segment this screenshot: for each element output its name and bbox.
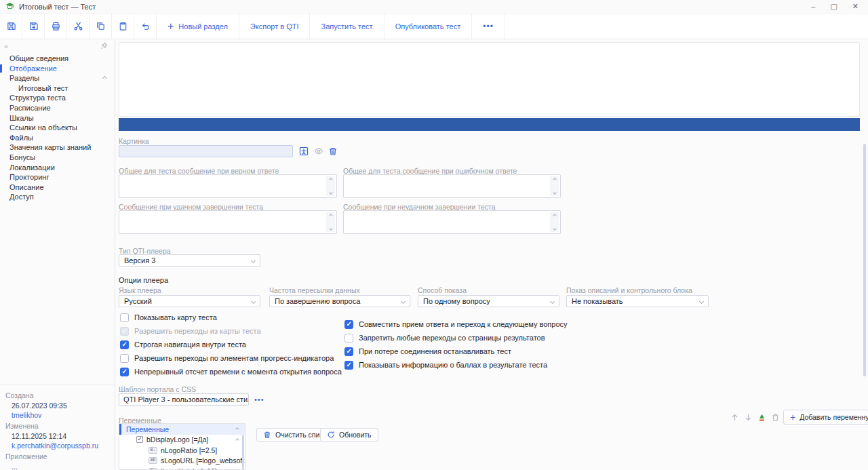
picture-input[interactable] (119, 145, 293, 157)
export-qti-button[interactable]: Экспорт в QTI (239, 14, 311, 39)
sidebar-item-knowledge-map[interactable]: Значения карты знаний (0, 142, 115, 153)
sidebar: « Общие сведения Отображение Разделы Ито… (0, 39, 115, 470)
tree-item-nlogoratio[interactable]: 8. nLogoRatio [=2.5] (119, 445, 245, 456)
sidebar-item-sections[interactable]: Разделы (0, 73, 115, 83)
checkbox[interactable] (120, 368, 129, 376)
publish-test-button[interactable]: Опубликовать тест (384, 14, 473, 39)
run-test-button[interactable]: Запустить тест (310, 14, 384, 39)
checkbox-show-score-info[interactable]: Показывать информацию о баллах в результ… (344, 360, 547, 370)
maximize-button[interactable]: ▢ (830, 3, 837, 10)
textarea-scrollbar[interactable] (550, 212, 559, 232)
move-down-button[interactable] (743, 412, 754, 423)
tree-item-slogourl[interactable]: ab sLogoURL [=logo_websoft.svg] (119, 456, 245, 467)
print-button[interactable] (45, 14, 67, 39)
checkbox-stop-on-connection-loss[interactable]: При потере соединения останавливать тест (344, 347, 511, 356)
portal-template-input[interactable]: QTI Player 3 - пользовательские стили (119, 393, 249, 406)
textarea-scrollbar[interactable] (550, 176, 559, 196)
sidebar-item-description[interactable]: Описание (0, 182, 115, 193)
tree-item-bdisplaylogo[interactable]: bDisplayLogo [=Да] (119, 435, 245, 446)
player-language-select[interactable]: Русский (119, 295, 260, 307)
delete-variable-button[interactable] (770, 412, 781, 423)
sidebar-item-scales[interactable]: Шкалы (0, 113, 115, 123)
save-button[interactable] (0, 14, 22, 39)
qti-player-type-select[interactable]: Версия 3 (119, 254, 260, 267)
tree-root-variables[interactable]: Переменные (119, 424, 245, 435)
select-image-button[interactable] (298, 146, 309, 157)
msg-wrong-textarea[interactable] (343, 174, 561, 198)
chevron-up-icon[interactable] (235, 438, 239, 442)
checkbox[interactable] (120, 313, 129, 322)
sidebar-item-final-test[interactable]: Итоговый тест (0, 83, 115, 94)
msg-success-textarea[interactable] (119, 210, 337, 234)
chevron-up-icon[interactable] (102, 76, 107, 81)
plus-icon: + (167, 22, 174, 31)
tree-item-label: sLogoURL [=logo_websoft.svg] (161, 456, 245, 465)
checkbox[interactable] (344, 320, 353, 329)
portal-template-more-button[interactable]: ••• (254, 395, 264, 404)
eye-icon (314, 146, 323, 156)
refresh-button[interactable]: Обновить (320, 428, 378, 442)
tree-scrollbar[interactable] (242, 435, 244, 469)
cut-button[interactable] (67, 14, 90, 39)
undo-button[interactable] (134, 14, 157, 39)
display-mode-select[interactable]: По одному вопросу (418, 295, 559, 307)
chevron-up-icon[interactable] (235, 427, 239, 431)
data-send-frequency-select[interactable]: По завершению вопроса (269, 295, 410, 307)
move-up-button[interactable] (729, 412, 741, 423)
save-and-close-button[interactable] (22, 14, 45, 39)
scrollbar-thumb[interactable] (863, 144, 866, 376)
close-button[interactable]: ✕ (852, 3, 859, 10)
checkbox-progress-indicator-navigation[interactable]: Разрешить переходы по элементам прогресс… (120, 353, 334, 363)
checkbox[interactable] (344, 347, 353, 356)
run-test-label: Запустить тест (321, 22, 372, 31)
checkbox-combine-answer-and-next[interactable]: Совместить прием ответа и переход к след… (344, 319, 568, 329)
sidebar-item-proctoring[interactable]: Прокторинг (0, 172, 115, 182)
paste-button[interactable] (112, 14, 134, 39)
sidebar-item-files[interactable]: Файлы (0, 133, 115, 143)
preview-image-button[interactable] (313, 146, 324, 157)
msg-fail-textarea[interactable] (343, 210, 561, 234)
new-section-button[interactable]: + Новый раздел (157, 14, 239, 39)
msg-correct-textarea[interactable] (119, 174, 337, 198)
highlight-variable-button[interactable] (756, 412, 768, 423)
checkbox-forbid-results-navigation[interactable]: Запретить любые переходы со страницы рез… (344, 333, 545, 342)
sidebar-item-general[interactable]: Общие сведения (0, 54, 115, 64)
checkbox-strict-navigation[interactable]: Строгая навигация внутри теста (120, 340, 246, 349)
created-by-link[interactable]: tmelikhov (5, 411, 109, 419)
sidebar-item-object-links[interactable]: Ссылки на объекты (0, 123, 115, 133)
textarea-scrollbar[interactable] (326, 176, 335, 196)
more-actions-button[interactable]: ••• (472, 14, 505, 39)
vertical-scrollbar[interactable] (862, 39, 868, 470)
delete-image-button[interactable] (328, 146, 338, 157)
copy-button[interactable] (90, 14, 112, 39)
application-label: Приложение (5, 452, 109, 461)
textarea-scrollbar[interactable] (326, 212, 335, 232)
checkbox[interactable] (344, 334, 353, 342)
publish-test-label: Опубликовать тест (395, 22, 461, 31)
tree-checkbox[interactable] (136, 436, 143, 443)
description-editor-area[interactable] (119, 42, 860, 117)
pin-icon[interactable] (100, 42, 108, 51)
checkbox-show-test-map[interactable]: Показывать карту теста (120, 313, 217, 322)
checkbox[interactable] (120, 340, 129, 349)
sidebar-item-structure[interactable]: Структура теста (0, 93, 115, 103)
main-content: Картинка Общее для теста сообщение при в… (115, 39, 868, 470)
checkbox-continuous-timer[interactable]: Непрерывный отсчет времени с момента отк… (120, 367, 342, 376)
minimize-button[interactable]: – (811, 3, 815, 10)
collapse-sidebar-icon[interactable]: « (4, 42, 8, 50)
sidebar-item-localizations[interactable]: Локализации (0, 163, 115, 173)
modified-date: 12.11.2025 12:14 (5, 432, 109, 440)
tree-item-ilogoheight[interactable]: 8. iLogoHeight [=66] (119, 466, 245, 470)
descriptions-display-select[interactable]: Не показывать (566, 295, 709, 307)
title-bar: Итоговый тест — Тест – ▢ ✕ (0, 0, 868, 14)
paste-icon (118, 21, 128, 31)
sidebar-item-schedule[interactable]: Расписание (0, 103, 115, 113)
checkbox[interactable] (344, 361, 353, 370)
sidebar-item-display-current[interactable]: Отображение (0, 64, 115, 74)
checkbox[interactable] (120, 354, 129, 363)
sidebar-item-bonuses[interactable]: Бонусы (0, 153, 115, 163)
modified-by-link[interactable]: k.perchatkin@corpusspb.ru (5, 442, 109, 450)
add-variable-button[interactable]: + Добавить переменную (783, 410, 868, 425)
qti-player-type-value: Версия 3 (124, 256, 252, 265)
sidebar-item-access[interactable]: Доступ (0, 192, 115, 202)
